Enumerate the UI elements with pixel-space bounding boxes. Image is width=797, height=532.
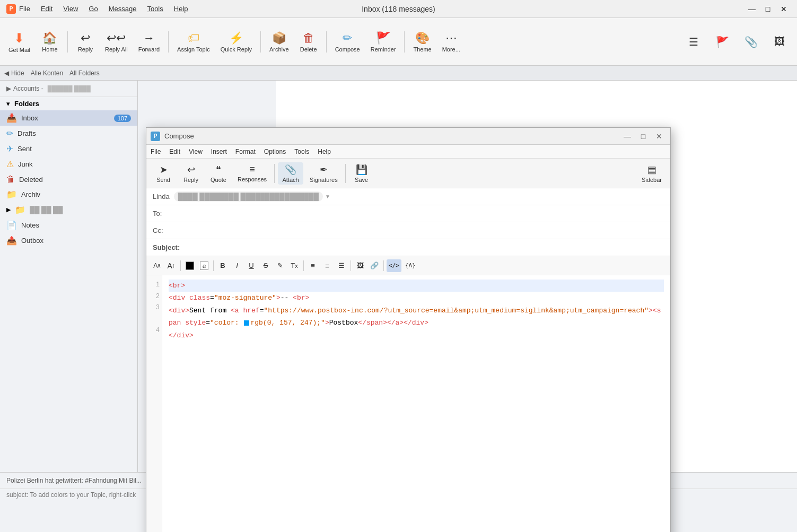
reminder-icon: 🚩 [376, 31, 390, 45]
cc-field: Cc: [146, 222, 670, 239]
quote-button[interactable]: ❝ Quote [206, 162, 231, 185]
forward-button[interactable]: → Forward [134, 29, 164, 55]
quick-reply-button[interactable]: ⚡ Quick Reply [216, 29, 256, 55]
attachment-button[interactable]: 📎 [738, 33, 764, 50]
code-view-button[interactable]: </> [387, 259, 401, 272]
notes-label: Notes [21, 221, 131, 229]
responses-button[interactable]: ≡ Responses [233, 162, 271, 184]
italic-button[interactable]: I [231, 259, 243, 272]
pencil-button[interactable]: ✎ [274, 259, 286, 272]
code-content[interactable]: <br> <div class="moz-signature">-- <br> … [162, 275, 670, 532]
text-color-button[interactable] [183, 259, 196, 272]
signatures-button[interactable]: ✒ Signatures [305, 162, 342, 185]
compose-menu-tools[interactable]: Tools [294, 148, 309, 155]
attach-button[interactable]: 📎 Attach [278, 162, 303, 185]
menu-edit[interactable]: Edit [41, 5, 52, 13]
theme-icon: 🎨 [415, 31, 430, 45]
variables-button[interactable]: {A} [403, 259, 418, 272]
alle-konten-link[interactable]: Alle Konten [31, 69, 63, 77]
folders-header[interactable]: ▾ Folders [0, 97, 137, 110]
font-decrease-button[interactable]: Aa [151, 259, 163, 272]
hide-button[interactable]: ◀ Hide [4, 69, 24, 77]
compose-menu-edit[interactable]: Edit [169, 148, 180, 155]
get-mail-button[interactable]: ⬇ Get Mail [4, 29, 34, 55]
folder-inbox[interactable]: 📥 Inbox 107 [0, 110, 137, 126]
menu-message[interactable]: Message [109, 5, 137, 13]
view-more-button[interactable]: ⋯ More... [438, 29, 465, 55]
compose-toolbar-sep-2 [345, 164, 346, 183]
all-folders-link[interactable]: All Folders [69, 69, 100, 77]
compose-button[interactable]: ✏ Compose [331, 29, 364, 55]
compose-menu-view[interactable]: View [189, 148, 203, 155]
folder-archiv[interactable]: 📁 Archiv [0, 187, 137, 202]
compose-reply-button[interactable]: ↩ Reply [178, 162, 204, 185]
link-button[interactable]: 🔗 [368, 259, 381, 272]
align-left-button[interactable]: ≡ [306, 259, 319, 272]
clear-format-button[interactable]: Tx [288, 259, 301, 272]
compose-close-button[interactable]: ✕ [652, 130, 666, 142]
hamburger-button[interactable]: ☰ [680, 33, 707, 50]
underline-button[interactable]: U [245, 259, 258, 272]
folder-custom-icon: 📁 [15, 205, 25, 215]
from-dropdown-icon[interactable]: ▼ [325, 194, 330, 199]
from-row: Linda ████ ████████ ████████████████ ▼ [146, 188, 670, 205]
bold-button[interactable]: B [216, 259, 229, 272]
folder-notes[interactable]: 📄 Notes [0, 217, 137, 233]
list-button[interactable]: ☰ [335, 259, 348, 272]
maximize-button[interactable]: □ [761, 3, 775, 15]
app-window-controls: — □ ✕ [745, 3, 791, 15]
folder-drafts[interactable]: ✏ Drafts [0, 126, 137, 141]
quote-label: Quote [211, 177, 226, 183]
cc-input[interactable] [185, 226, 664, 234]
compose-maximize-button[interactable]: □ [636, 130, 650, 142]
folder-junk[interactable]: ⚠ Junk [0, 156, 137, 172]
compose-sidebar-button[interactable]: ▤ Sidebar [637, 162, 666, 185]
reply-all-icon: ↩↩ [107, 31, 126, 45]
folder-outbox[interactable]: 📤 Outbox [0, 233, 137, 248]
align-right-button[interactable]: ≡ [321, 259, 334, 272]
delete-button[interactable]: 🗑 Delete [295, 29, 322, 55]
send-icon: ➤ [160, 164, 168, 176]
compose-menu-insert[interactable]: Insert [211, 148, 227, 155]
reply-button[interactable]: ↩ Reply [72, 29, 99, 55]
compose-menu-file[interactable]: File [151, 148, 161, 155]
compose-reply-icon: ↩ [187, 164, 195, 176]
to-input[interactable] [185, 210, 664, 217]
close-button[interactable]: ✕ [777, 3, 791, 15]
compose-menu-options[interactable]: Options [264, 148, 286, 155]
send-label: Send [156, 177, 170, 183]
menu-go[interactable]: Go [89, 5, 98, 13]
highlight-button[interactable]: a [198, 259, 211, 272]
font-increase-button[interactable]: A↑ [165, 259, 178, 272]
menu-file[interactable]: File [19, 5, 30, 13]
compose-minimize-button[interactable]: — [620, 130, 634, 142]
menu-view[interactable]: View [63, 5, 78, 13]
assign-topic-button[interactable]: 🏷 Assign Topic [173, 29, 214, 55]
subject-input[interactable] [190, 243, 664, 251]
save-button[interactable]: 💾 Save [349, 162, 374, 185]
expand-accounts-icon[interactable]: ▶ [6, 85, 11, 92]
compose-menu-help[interactable]: Help [318, 148, 331, 155]
send-button[interactable]: ➤ Send [151, 162, 176, 185]
folder-sent[interactable]: ✈ Sent [0, 141, 137, 156]
compose-menu-format[interactable]: Format [235, 148, 256, 155]
menu-tools[interactable]: Tools [147, 5, 163, 13]
menu-help[interactable]: Help [174, 5, 188, 13]
home-button[interactable]: 🏠 Home [37, 29, 63, 55]
archive-button[interactable]: 📦 Archive [265, 29, 293, 55]
minimize-button[interactable]: — [745, 3, 759, 15]
flag-button[interactable]: 🚩 [709, 33, 735, 50]
archiv-icon: 📁 [6, 189, 17, 199]
folder-custom[interactable]: ▶ 📁 ██ ██ ██ [0, 202, 137, 217]
reply-all-button[interactable]: ↩↩ Reply All [101, 29, 132, 55]
fmt-sep-5 [383, 260, 384, 271]
view-more-icon: ⋯ [445, 31, 457, 45]
reminder-button[interactable]: 🚩 Reminder [366, 29, 400, 55]
image-insert-button[interactable]: 🖼 [354, 259, 366, 272]
folder-deleted[interactable]: 🗑 Deleted [0, 172, 137, 187]
responses-label: Responses [238, 176, 267, 182]
code-editor[interactable]: 1 2 3 4 <br> <div class="moz-signature">… [146, 275, 670, 532]
image-button[interactable]: 🖼 [766, 33, 793, 50]
strikethrough-button[interactable]: S [259, 259, 272, 272]
theme-button[interactable]: 🎨 Theme [409, 29, 435, 55]
